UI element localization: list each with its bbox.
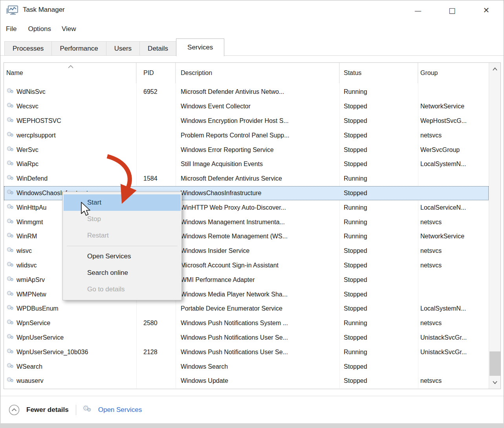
service-row-wersvc[interactable]: ⚙⚙WerSvcWindows Error Reporting ServiceS… bbox=[4, 143, 489, 157]
menu-file[interactable]: File bbox=[6, 25, 16, 33]
service-name: WSearch bbox=[16, 363, 42, 370]
tab-bar: ProcessesPerformanceUsersDetailsServices bbox=[0, 38, 504, 56]
vertical-scrollbar[interactable] bbox=[489, 63, 500, 389]
column-header-status[interactable]: Status bbox=[339, 63, 418, 83]
scroll-down-icon[interactable] bbox=[489, 377, 501, 388]
service-status: Stopped bbox=[339, 146, 418, 154]
menu-view[interactable]: View bbox=[62, 25, 76, 33]
window-title: Task Manager bbox=[23, 6, 65, 14]
column-header-name[interactable]: Name bbox=[4, 63, 136, 83]
service-group: netsvcs bbox=[418, 132, 489, 139]
service-status: Running bbox=[339, 233, 418, 240]
tab-baseline bbox=[0, 55, 504, 56]
scroll-up-icon[interactable] bbox=[489, 64, 501, 75]
service-status: Stopped bbox=[339, 262, 418, 269]
service-pid: 2580 bbox=[136, 320, 176, 327]
service-name: WpnUserService bbox=[16, 334, 64, 341]
service-status: Stopped bbox=[339, 247, 418, 254]
service-name: WpnUserService_10b036 bbox=[16, 349, 88, 356]
service-gear-icon: ⚙⚙ bbox=[6, 262, 16, 269]
service-pid: 6952 bbox=[136, 88, 176, 95]
menu-item-go-to-details: Go to details bbox=[64, 281, 181, 298]
maximize-button[interactable]: □ bbox=[443, 0, 461, 20]
service-name-cell: ⚙⚙wuauserv bbox=[4, 377, 136, 385]
service-name: wlidsvc bbox=[16, 262, 37, 269]
service-row-wuauserv[interactable]: ⚙⚙wuauservWindows UpdateStoppednetsvcs bbox=[4, 374, 489, 388]
column-header-group[interactable]: Group bbox=[418, 63, 489, 83]
service-description: Windows Event Collector bbox=[176, 103, 339, 110]
service-row-wecsvc[interactable]: ⚙⚙WecsvcWindows Event CollectorStoppedNe… bbox=[4, 99, 489, 114]
service-status: Stopped bbox=[339, 103, 418, 110]
service-name-cell: ⚙⚙wercplsupport bbox=[4, 132, 136, 139]
scrollbar-thumb[interactable] bbox=[489, 351, 500, 376]
service-description: Windows Push Notifications User Se... bbox=[176, 334, 339, 341]
menu-bar: FileOptionsView bbox=[0, 23, 76, 35]
service-group: UnistackSvcGr... bbox=[418, 349, 489, 356]
menu-item-search-online[interactable]: Search online bbox=[64, 265, 181, 281]
service-gear-icon: ⚙⚙ bbox=[6, 204, 16, 212]
service-row-wdnissvc[interactable]: ⚙⚙WdNisSvc6952Microsoft Defender Antivir… bbox=[4, 85, 489, 99]
service-description: Windows Update bbox=[176, 377, 339, 384]
service-row-wpnservice[interactable]: ⚙⚙WpnService2580Windows Push Notificatio… bbox=[4, 316, 489, 331]
service-name-cell: ⚙⚙WSearch bbox=[4, 363, 136, 371]
open-services-link[interactable]: Open Services bbox=[98, 406, 142, 414]
service-status: Running bbox=[339, 88, 418, 95]
service-status: Running bbox=[339, 204, 418, 211]
column-header-description[interactable]: Description bbox=[176, 63, 339, 83]
menu-options[interactable]: Options bbox=[28, 25, 51, 33]
menu-item-open-services[interactable]: Open Services bbox=[64, 248, 181, 265]
service-name: WPDBusEnum bbox=[16, 305, 59, 312]
service-gear-icon: ⚙⚙ bbox=[6, 305, 16, 313]
service-row-windefend[interactable]: ⚙⚙WinDefend1584Microsoft Defender Antivi… bbox=[4, 172, 489, 186]
services-gear-icon: ⚙ ⚙ bbox=[82, 405, 94, 415]
service-gear-icon: ⚙⚙ bbox=[6, 218, 16, 226]
fewer-details-button[interactable]: Fewer details bbox=[26, 406, 69, 414]
service-row-wpnuserservice[interactable]: ⚙⚙WpnUserServiceWindows Push Notificatio… bbox=[4, 331, 489, 345]
service-description: Problem Reports Control Panel Supp... bbox=[176, 132, 339, 139]
service-gear-icon: ⚙⚙ bbox=[6, 132, 16, 139]
service-gear-icon: ⚙⚙ bbox=[6, 102, 16, 110]
service-name-cell: ⚙⚙WPDBusEnum bbox=[4, 305, 136, 313]
service-status: Running bbox=[339, 175, 418, 182]
service-group: NetworkService bbox=[418, 103, 489, 110]
column-header-pid[interactable]: PID bbox=[136, 63, 176, 83]
service-description: Portable Device Enumerator Service bbox=[176, 305, 339, 312]
service-status: Stopped bbox=[339, 377, 418, 384]
service-name-cell: ⚙⚙WpnUserService_10b036 bbox=[4, 348, 136, 356]
service-row-wpdbusenum[interactable]: ⚙⚙WPDBusEnumPortable Device Enumerator S… bbox=[4, 302, 489, 316]
service-description: Windows Search bbox=[176, 363, 339, 370]
service-name-cell: ⚙⚙WpnUserService bbox=[4, 334, 136, 342]
service-description: Windows Push Notifications User Se... bbox=[176, 349, 339, 356]
service-name: wuauserv bbox=[16, 377, 43, 384]
service-gear-icon: ⚙⚙ bbox=[6, 232, 16, 240]
tab-details[interactable]: Details bbox=[139, 41, 176, 56]
tab-performance[interactable]: Performance bbox=[51, 41, 106, 56]
service-name: wisvc bbox=[16, 247, 32, 254]
service-row-wiarpc[interactable]: ⚙⚙WiaRpcStill Image Acquisition EventsSt… bbox=[4, 157, 489, 172]
menu-item-start[interactable]: Start bbox=[64, 194, 181, 211]
service-row-wephostsvc[interactable]: ⚙⚙WEPHOSTSVCWindows Encryption Provider … bbox=[4, 114, 489, 128]
service-name: WiaRpc bbox=[16, 161, 38, 168]
service-row-wercplsupport[interactable]: ⚙⚙wercplsupportProblem Reports Control P… bbox=[4, 128, 489, 143]
service-name: wmiApSrv bbox=[16, 276, 45, 284]
service-status: Running bbox=[339, 219, 418, 226]
close-button[interactable]: ✕ bbox=[477, 0, 495, 20]
service-group: WepHostSvcG... bbox=[418, 117, 489, 124]
service-description: Windows Push Notifications System ... bbox=[176, 320, 339, 327]
tab-services[interactable]: Services bbox=[176, 38, 224, 56]
service-status: Stopped bbox=[339, 117, 418, 124]
service-gear-icon: ⚙⚙ bbox=[6, 88, 16, 96]
tab-users[interactable]: Users bbox=[106, 41, 140, 56]
service-row-wpnuserservice-10b036[interactable]: ⚙⚙WpnUserService_10b0362128Windows Push … bbox=[4, 345, 489, 359]
minimize-button[interactable]: — bbox=[409, 0, 427, 20]
service-description: Windows Error Reporting Service bbox=[176, 146, 339, 154]
service-group: LocalServiceN... bbox=[418, 204, 489, 211]
service-description: WindowsChaosInfrastructure bbox=[176, 190, 339, 197]
service-group: LocalSystemN... bbox=[418, 161, 489, 168]
service-status: Stopped bbox=[339, 363, 418, 370]
task-manager-window: Task Manager — □ ✕ FileOptionsView Proce… bbox=[0, 0, 504, 423]
task-manager-icon bbox=[6, 4, 18, 17]
tab-processes[interactable]: Processes bbox=[4, 41, 52, 56]
service-row-wsearch[interactable]: ⚙⚙WSearchWindows SearchStopped bbox=[4, 359, 489, 374]
title-bar: Task Manager — □ ✕ bbox=[0, 0, 504, 21]
